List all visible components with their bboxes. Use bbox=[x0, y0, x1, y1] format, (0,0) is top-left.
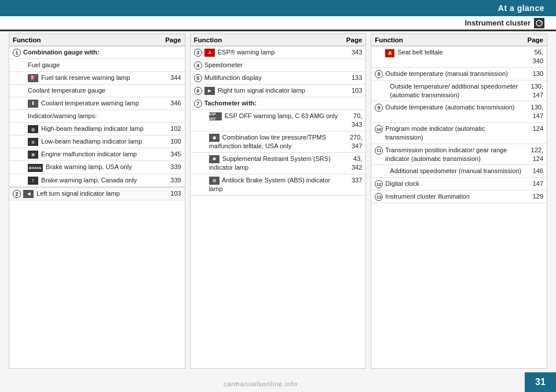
row-coolant-warning: 🌡 Coolant temperature warning lamp 346 bbox=[9, 97, 185, 110]
row-outside-temp-manual: 8 Outside temperature (manual transmissi… bbox=[371, 68, 547, 80]
row-additional-speedometer: Additional speedometer (manual transmiss… bbox=[371, 165, 547, 178]
row-speedometer: 4 Speedometer bbox=[191, 59, 366, 72]
digital-clock-page: 147 bbox=[522, 179, 543, 188]
tpms-icon: ◉ bbox=[209, 134, 220, 142]
right-turn-page: 103 bbox=[341, 86, 362, 95]
subheader-subtitle: Instrument cluster bbox=[465, 19, 531, 27]
esp-off-page: 70, 343 bbox=[341, 112, 362, 129]
column-1: Function Page 1 Combination gauge with: … bbox=[9, 34, 185, 369]
row-combination-gauge: 1 Combination gauge with: bbox=[9, 46, 185, 59]
row-right-turn: 6 ▶ Right turn signal indicator lamp 103 bbox=[191, 85, 366, 97]
coolant-warning-label: 🌡 Coolant temperature warning lamp bbox=[23, 99, 160, 108]
esp-warning-label: ⚠ ESP® warning lamp bbox=[204, 48, 342, 57]
abs-page: 337 bbox=[341, 176, 362, 185]
abs-icon: ◎ bbox=[209, 177, 220, 185]
row-indicator-lamps-header: Indicator/warning lamps: bbox=[9, 110, 185, 123]
col2-page-header: Page bbox=[341, 36, 362, 43]
instrument-illumination-page: 129 bbox=[522, 192, 543, 201]
row-transmission-position: 11 Transmission position indicator/ gear… bbox=[371, 144, 547, 166]
column-3: Function Page 🔔 Seat belt telltale 56, 3… bbox=[371, 34, 547, 369]
coolant-warning-page: 346 bbox=[160, 99, 181, 108]
tachometer-label: Tachometer with: bbox=[204, 99, 342, 108]
indicator-lamps-label: Indicator/warning lamps: bbox=[23, 112, 160, 120]
highbeam-label: ◎ High-beam headlamp indicator lamp bbox=[23, 124, 160, 133]
row-num-10: 10 bbox=[375, 124, 385, 133]
row-srs: ✱ Supplemental Restraint System (SRS) in… bbox=[191, 153, 366, 174]
col1-header: Function Page bbox=[9, 34, 185, 46]
seatbelt-label: 🔔 Seat belt telltale bbox=[385, 48, 522, 57]
col2-function-header: Function bbox=[194, 36, 342, 43]
row-left-turn: 2 ◀ Left turn signal indicator lamp 103 bbox=[9, 187, 185, 200]
fuel-gauge-label: Fuel gauge bbox=[23, 61, 160, 69]
speedometer-label: Speedometer bbox=[204, 61, 342, 69]
transmission-position-page: 122, 124 bbox=[522, 146, 543, 163]
outside-temp-additional-label: Outside temperature/ additional speedome… bbox=[385, 82, 522, 100]
digital-clock-label: Digital clock bbox=[385, 179, 522, 188]
row-num-6: 6 bbox=[194, 86, 204, 95]
brake-usa-page: 339 bbox=[160, 163, 181, 171]
outside-temp-manual-label: Outside temperature (manual transmission… bbox=[385, 69, 522, 78]
instrument-illumination-label: Instrument cluster illumination bbox=[385, 192, 522, 201]
row-num-7: 7 bbox=[194, 99, 204, 108]
engine-malfunction-label: ⚙ Engine malfunction indicator lamp bbox=[23, 150, 160, 159]
tpms-page: 270, 347 bbox=[341, 133, 362, 151]
svg-line-1 bbox=[539, 21, 541, 23]
fuel-tank-reserve-label: ⛽ Fuel tank reserve warning lamp bbox=[23, 74, 160, 82]
engine-malfunction-page: 345 bbox=[160, 150, 181, 159]
highbeam-page: 102 bbox=[160, 124, 181, 133]
subheader-bar: Instrument cluster bbox=[0, 16, 556, 31]
brake-canada-icon: ! bbox=[28, 177, 38, 185]
additional-speedometer-page: 146 bbox=[522, 167, 543, 175]
outside-temp-manual-page: 130 bbox=[522, 69, 543, 78]
outside-temp-auto-page: 130, 147 bbox=[522, 103, 543, 120]
brake-canada-page: 339 bbox=[160, 176, 181, 185]
col3-header: Function Page bbox=[371, 34, 547, 46]
coolant-gauge-label: Coolant temperature gauge bbox=[23, 86, 160, 95]
transmission-position-label: Transmission position indicator/ gear ra… bbox=[385, 146, 522, 163]
esp-off-label: ESP OFF ESP OFF warning lamp, C 63 AMG o… bbox=[204, 112, 342, 120]
row-highbeam: ◎ High-beam headlamp indicator lamp 102 bbox=[9, 123, 185, 135]
esp-warning-page: 343 bbox=[341, 48, 362, 57]
row-fuel-tank-reserve: ⛽ Fuel tank reserve warning lamp 344 bbox=[9, 72, 185, 85]
outside-temp-auto-label: Outside temperature (automatic transmiss… bbox=[385, 103, 522, 112]
row-num-3: 3 bbox=[194, 48, 204, 57]
right-turn-icon: ▶ bbox=[204, 87, 215, 95]
srs-label: ✱ Supplemental Restraint System (SRS) in… bbox=[204, 155, 342, 172]
lowbeam-page: 100 bbox=[160, 137, 181, 146]
row-coolant-gauge: Coolant temperature gauge bbox=[9, 85, 185, 97]
additional-speedometer-label: Additional speedometer (manual transmiss… bbox=[385, 167, 522, 175]
row-outside-temp-additional: Outside temperature/ additional speedome… bbox=[371, 80, 547, 102]
coolant-icon: 🌡 bbox=[28, 100, 38, 108]
esp-off-icon: ESP OFF bbox=[209, 112, 222, 120]
row-fuel-gauge: Fuel gauge bbox=[9, 59, 185, 72]
watermark: carmanualsonline.info bbox=[0, 380, 521, 387]
abs-label: ◎ Antilock Brake System (ABS) indicator … bbox=[204, 176, 342, 193]
outside-temp-additional-page: 130, 147 bbox=[522, 82, 543, 100]
instrument-cluster-icon bbox=[534, 18, 544, 28]
row-brake-usa: BRAKE Brake warning lamp, USA only 339 bbox=[9, 161, 185, 174]
row-num-5: 5 bbox=[194, 74, 204, 82]
col3-page-header: Page bbox=[522, 36, 543, 43]
column-2: Function Page 3 ⚠ ESP® warning lamp 343 … bbox=[190, 34, 367, 369]
fuel-tank-reserve-page: 344 bbox=[160, 74, 181, 82]
program-mode-label: Program mode indicator (automatic transm… bbox=[385, 124, 522, 142]
page-number-box: 31 bbox=[525, 372, 556, 392]
lowbeam-icon: ⊙ bbox=[28, 138, 38, 146]
row-esp-off: ESP OFF ESP OFF warning lamp, C 63 AMG o… bbox=[191, 110, 366, 131]
row-num-12: 12 bbox=[375, 179, 385, 188]
row-num-1: 1 bbox=[13, 48, 23, 57]
col1-page-header: Page bbox=[160, 36, 181, 43]
header-title: At a glance bbox=[498, 3, 544, 13]
content-area: Function Page 1 Combination gauge with: … bbox=[9, 34, 547, 369]
srs-page: 43, 342 bbox=[341, 155, 362, 172]
row-outside-temp-auto: 9 Outside temperature (automatic transmi… bbox=[371, 101, 547, 123]
page-number: 31 bbox=[535, 377, 546, 387]
row-instrument-illumination: 13 Instrument cluster illumination 129 bbox=[371, 190, 547, 203]
tpms-label: ◉ Combination low tire pressure/TPMS mal… bbox=[204, 133, 342, 151]
row-num-13: 13 bbox=[375, 192, 385, 201]
row-brake-canada: ! Brake warning lamp, Canada only 339 bbox=[9, 174, 185, 187]
row-num-8: 8 bbox=[375, 69, 385, 78]
row-tachometer: 7 Tachometer with: bbox=[191, 97, 366, 110]
engine-icon: ⚙ bbox=[28, 151, 38, 159]
left-turn-icon: ◀ bbox=[23, 190, 34, 198]
